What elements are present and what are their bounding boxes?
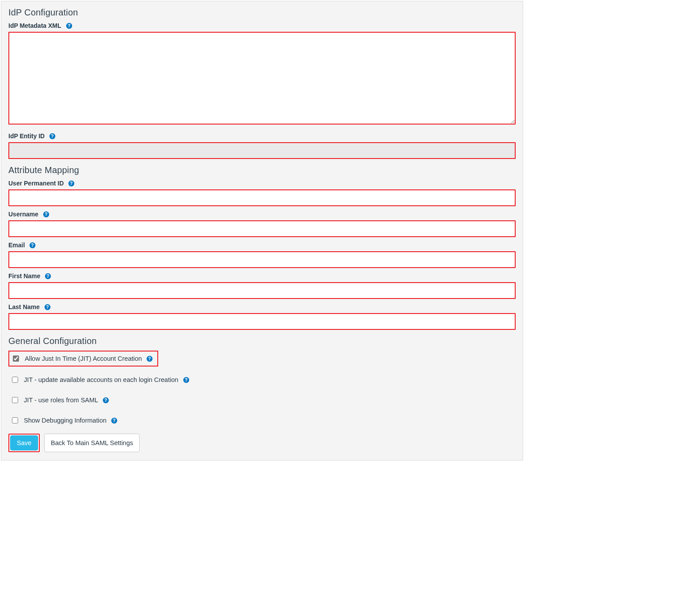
jit-roles-label: JIT - use roles from SAML: [24, 397, 98, 404]
jit-create-label: Allow Just In Time (JIT) Account Creatio…: [25, 355, 142, 362]
help-icon[interactable]: ?: [44, 304, 51, 310]
section-idp-configuration: IdP Configuration: [8, 8, 516, 18]
jit-update-row[interactable]: JIT - update available accounts on each …: [8, 373, 516, 387]
svg-text:?: ?: [185, 378, 187, 382]
help-icon[interactable]: ?: [45, 273, 51, 280]
debug-label: Show Debugging Information: [24, 417, 106, 424]
svg-text:?: ?: [104, 398, 107, 403]
jit-roles-row[interactable]: JIT - use roles from SAML ?: [8, 393, 516, 407]
last-name-label: Last Name ?: [8, 303, 516, 310]
svg-text:?: ?: [46, 305, 49, 310]
username-label-text: Username: [8, 211, 38, 218]
first-name-label-text: First Name: [8, 272, 40, 280]
last-name-input[interactable]: [8, 313, 516, 330]
back-button[interactable]: Back To Main SAML Settings: [44, 434, 140, 452]
help-icon[interactable]: ?: [29, 242, 36, 249]
idp-metadata-xml-label: IdP Metadata XML ?: [8, 22, 516, 29]
svg-text:?: ?: [68, 23, 70, 28]
jit-update-checkbox[interactable]: [12, 377, 18, 383]
jit-create-row[interactable]: Allow Just In Time (JIT) Account Creatio…: [8, 351, 158, 367]
svg-text:?: ?: [148, 356, 151, 361]
username-label: Username ?: [8, 211, 516, 218]
jit-roles-checkbox[interactable]: [12, 397, 18, 403]
svg-text:?: ?: [113, 418, 115, 423]
jit-create-checkbox[interactable]: [13, 355, 19, 362]
idp-entity-id-label: IdP Entity ID ?: [8, 132, 516, 140]
svg-text:?: ?: [31, 243, 34, 248]
idp-metadata-xml-input[interactable]: [8, 32, 516, 125]
user-permanent-id-label: User Permanent ID ?: [8, 180, 516, 187]
user-permanent-id-label-text: User Permanent ID: [8, 180, 64, 187]
username-input[interactable]: [8, 220, 516, 237]
save-button[interactable]: Save: [10, 435, 38, 450]
svg-text:?: ?: [45, 212, 47, 217]
help-icon[interactable]: ?: [43, 211, 49, 218]
debug-row[interactable]: Show Debugging Information ?: [8, 413, 516, 427]
debug-checkbox[interactable]: [12, 417, 18, 423]
help-icon[interactable]: ?: [103, 397, 109, 404]
idp-config-panel: IdP Configuration IdP Metadata XML ? IdP…: [1, 1, 523, 461]
help-icon[interactable]: ?: [49, 133, 56, 140]
button-row: Save Back To Main SAML Settings: [8, 434, 516, 452]
email-label-text: Email: [8, 242, 25, 249]
help-icon[interactable]: ?: [66, 23, 72, 29]
section-general-configuration: General Configuration: [8, 336, 516, 346]
svg-text:?: ?: [51, 134, 54, 139]
first-name-input[interactable]: [8, 282, 516, 299]
idp-entity-id-input[interactable]: [8, 142, 516, 159]
help-icon[interactable]: ?: [146, 355, 153, 362]
svg-text:?: ?: [47, 274, 49, 279]
help-icon[interactable]: ?: [183, 377, 190, 383]
user-permanent-id-input[interactable]: [8, 189, 516, 206]
email-input[interactable]: [8, 251, 516, 268]
svg-text:?: ?: [70, 181, 73, 186]
jit-update-label: JIT - update available accounts on each …: [24, 376, 179, 383]
email-label: Email ?: [8, 242, 516, 249]
last-name-label-text: Last Name: [8, 303, 40, 310]
idp-entity-id-label-text: IdP Entity ID: [8, 132, 45, 140]
first-name-label: First Name ?: [8, 272, 516, 280]
section-attribute-mapping: Attribute Mapping: [8, 165, 516, 175]
help-icon[interactable]: ?: [111, 417, 118, 424]
idp-metadata-xml-label-text: IdP Metadata XML: [8, 22, 61, 29]
help-icon[interactable]: ?: [68, 180, 75, 187]
save-highlight: Save: [8, 434, 40, 452]
